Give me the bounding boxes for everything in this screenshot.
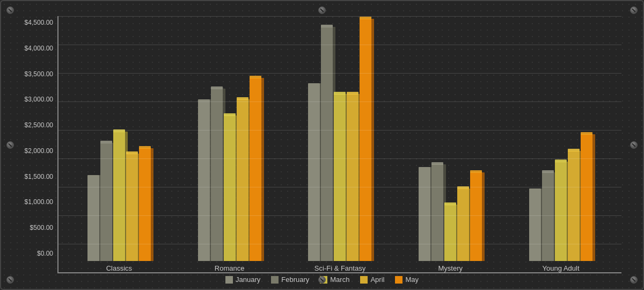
bar-wrapper xyxy=(100,19,112,261)
legend-item-jan: January xyxy=(225,276,260,284)
bars-row xyxy=(87,19,151,261)
screw-bottom-mid xyxy=(318,276,326,284)
screw-mid-right xyxy=(630,141,638,149)
bar-apr xyxy=(568,151,580,261)
screw-bottom-left xyxy=(6,276,14,284)
bar-jan xyxy=(308,83,320,261)
bar-apr xyxy=(126,154,138,261)
legend-swatch-jan xyxy=(225,276,233,284)
grid-line xyxy=(58,45,621,45)
legend-label-feb: February xyxy=(281,276,309,284)
y-axis-label: $2,000.00 xyxy=(25,147,53,155)
y-axis: $4,500.00$4,000.00$3,500.00$3,000.00$2,5… xyxy=(17,16,57,273)
bar-wrapper xyxy=(529,19,541,261)
legend-label-apr: April xyxy=(370,276,384,284)
bar-wrapper xyxy=(198,19,210,261)
legend-swatch-feb xyxy=(271,276,279,284)
legend-item-feb: February xyxy=(271,276,309,284)
y-axis-label: $3,000.00 xyxy=(25,96,53,103)
y-axis-label: $4,500.00 xyxy=(25,19,53,26)
category-label: Romance xyxy=(215,264,245,272)
bar-apr xyxy=(237,99,248,261)
legend-item-apr: April xyxy=(360,276,384,284)
y-axis-label: $1,000.00 xyxy=(25,198,53,206)
screw-bottom-right xyxy=(630,276,638,284)
legend-label-jan: January xyxy=(236,276,260,284)
screw-top-right xyxy=(630,6,638,14)
bar-wrapper xyxy=(457,19,469,261)
bar-wrapper xyxy=(360,19,371,261)
screw-mid-left xyxy=(6,141,14,149)
category-label: Mystery xyxy=(438,264,463,272)
y-axis-label: $4,000.00 xyxy=(25,45,53,52)
bar-feb xyxy=(100,143,112,261)
bar-wrapper xyxy=(334,19,346,261)
bar-wrapper xyxy=(470,19,482,261)
grid-line xyxy=(58,215,621,216)
bar-mar xyxy=(224,115,236,261)
grid-line xyxy=(58,130,621,130)
bar-wrapper xyxy=(581,19,592,261)
bar-may xyxy=(581,134,592,261)
grid-and-bars: ClassicsRomanceSci-Fi & FantasyMysteryYo… xyxy=(57,16,621,273)
bars-area: ClassicsRomanceSci-Fi & FantasyMysteryYo… xyxy=(58,16,621,272)
y-axis-label: $2,500.00 xyxy=(25,121,53,129)
bars-row xyxy=(308,19,371,261)
y-axis-label: $0.00 xyxy=(37,250,53,257)
category-group: Mystery xyxy=(419,19,482,272)
bar-wrapper xyxy=(419,19,430,261)
bar-wrapper xyxy=(237,19,248,261)
bar-wrapper xyxy=(87,19,99,261)
legend-label-may: May xyxy=(405,276,419,284)
y-axis-label: $3,500.00 xyxy=(25,70,53,78)
bar-wrapper xyxy=(224,19,236,261)
screw-top-left xyxy=(6,6,14,14)
screw-top-mid xyxy=(318,6,326,14)
chart-container: $4,500.00$4,000.00$3,500.00$3,000.00$2,5… xyxy=(0,0,644,290)
bar-wrapper xyxy=(555,19,567,261)
bar-feb xyxy=(321,27,333,261)
bar-wrapper xyxy=(126,19,138,261)
bar-may xyxy=(250,78,261,261)
bar-jan xyxy=(529,189,541,261)
category-group: Classics xyxy=(87,19,151,272)
bar-mar xyxy=(334,94,346,261)
bar-feb xyxy=(211,89,223,261)
category-group: Young Adult xyxy=(529,19,592,272)
category-group: Romance xyxy=(198,19,261,272)
bars-row xyxy=(529,19,592,261)
bar-apr xyxy=(347,94,358,261)
bars-row xyxy=(198,19,261,261)
bar-jan xyxy=(198,99,210,261)
grid-line xyxy=(58,16,621,17)
bar-jan xyxy=(419,167,430,261)
bar-feb xyxy=(542,172,554,261)
y-axis-label: $500.00 xyxy=(30,224,53,231)
bar-mar xyxy=(113,132,125,261)
grid-line xyxy=(58,73,621,74)
bar-wrapper xyxy=(542,19,554,261)
chart-inner: ClassicsRomanceSci-Fi & FantasyMysteryYo… xyxy=(57,16,621,273)
bar-wrapper xyxy=(568,19,580,261)
category-label: Young Adult xyxy=(543,264,580,272)
grid-line xyxy=(58,244,621,244)
bar-wrapper xyxy=(444,19,456,261)
grid-line xyxy=(58,187,621,187)
category-group: Sci-Fi & Fantasy xyxy=(308,19,371,272)
bar-wrapper xyxy=(113,19,125,261)
bar-jan xyxy=(87,175,99,261)
category-label: Sci-Fi & Fantasy xyxy=(314,264,365,272)
bar-feb xyxy=(431,164,443,261)
bar-wrapper xyxy=(321,19,333,261)
bar-may xyxy=(360,19,371,261)
legend-swatch-may xyxy=(395,276,402,284)
bar-wrapper xyxy=(431,19,443,261)
grid-line xyxy=(58,102,621,102)
legend-swatch-apr xyxy=(360,276,368,284)
bar-apr xyxy=(457,189,469,261)
category-label: Classics xyxy=(106,264,132,272)
legend-label-mar: March xyxy=(330,276,349,284)
legend-item-may: May xyxy=(395,276,419,284)
bar-wrapper xyxy=(347,19,358,261)
bar-wrapper xyxy=(139,19,151,261)
